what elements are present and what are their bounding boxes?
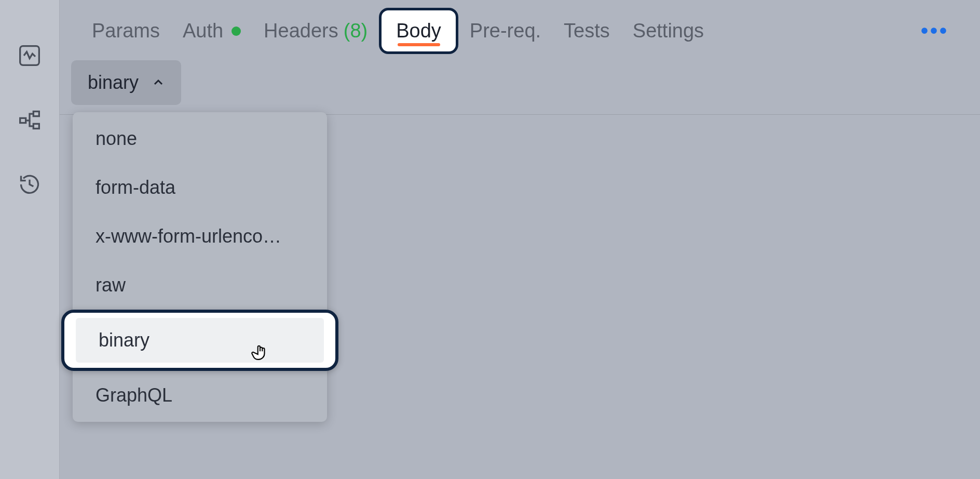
body-type-row: binary [60,54,980,114]
dropdown-item-binary[interactable]: binary [76,318,324,363]
dropdown-item-form-data[interactable]: form-data [73,163,327,212]
svg-rect-0 [20,46,39,65]
tab-headers-label: Headers [264,20,338,42]
svg-rect-1 [20,118,26,123]
dropdown-item-none[interactable]: none [73,114,327,163]
hand-cursor-icon [251,344,269,365]
tab-prereq[interactable]: Pre-req. [458,10,552,51]
tab-settings[interactable]: Settings [621,10,715,51]
body-type-selected: binary [88,72,139,94]
body-type-selector[interactable]: binary [71,60,181,105]
tab-tests[interactable]: Tests [552,10,621,51]
dropdown-item-binary-highlight: binary [61,310,338,371]
svg-rect-2 [33,112,39,116]
activity-icon[interactable] [18,44,41,67]
body-type-dropdown: none form-data x-www-form-urlenco… raw b… [73,112,327,422]
request-tabs: Params Auth Headers (8) Body Pre-req. Te… [60,0,980,54]
tab-auth[interactable]: Auth [171,10,252,51]
dropdown-item-graphql[interactable]: GraphQL [73,371,327,420]
dropdown-item-urlencoded[interactable]: x-www-form-urlenco… [73,212,327,261]
tab-params[interactable]: Params [80,10,171,51]
svg-rect-3 [33,124,39,128]
tab-headers[interactable]: Headers (8) [252,10,379,51]
headers-count: (8) [344,20,367,42]
chevron-up-icon [152,76,165,89]
dropdown-item-raw[interactable]: raw [73,261,327,310]
tab-auth-label: Auth [183,20,223,42]
more-options-icon[interactable]: ••• [921,19,964,43]
left-sidebar [0,0,60,479]
auth-status-dot-icon [232,26,241,36]
history-icon[interactable] [18,173,41,196]
flow-icon[interactable] [18,109,41,131]
tab-body[interactable]: Body [379,8,458,54]
